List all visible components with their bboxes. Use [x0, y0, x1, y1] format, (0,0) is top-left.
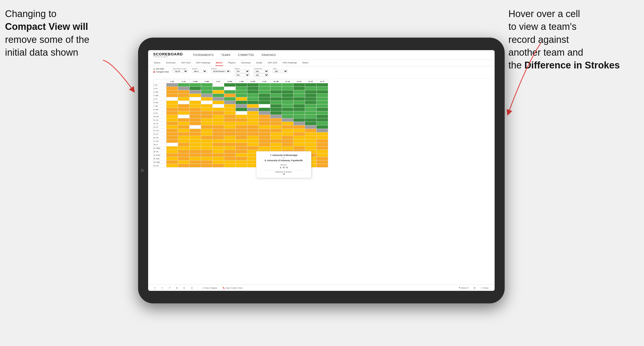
matrix-cell[interactable] [178, 97, 190, 101]
matrix-cell[interactable] [294, 104, 305, 108]
matrix-cell[interactable] [247, 115, 259, 118]
matrix-cell[interactable] [305, 97, 317, 101]
matrix-cell[interactable] [190, 129, 201, 132]
matrix-cell[interactable] [166, 143, 178, 146]
refresh-button[interactable]: ↺ [168, 286, 171, 290]
matrix-cell[interactable] [270, 132, 282, 136]
division-select[interactable]: NCAA Division I [211, 70, 230, 73]
matrix-cell[interactable] [236, 122, 247, 125]
matrix-cell[interactable] [190, 108, 201, 111]
matrix-cell[interactable] [224, 139, 236, 143]
matrix-cell[interactable] [282, 125, 294, 129]
matrix-cell[interactable] [190, 153, 201, 157]
matrix-cell[interactable] [282, 111, 294, 115]
matrix-cell[interactable] [178, 104, 190, 108]
matrix-cell[interactable] [190, 150, 201, 153]
matrix-cell[interactable] [317, 83, 328, 87]
matrix-cell[interactable] [236, 104, 247, 108]
matrix-cell[interactable] [294, 139, 305, 143]
matrix-cell[interactable] [166, 132, 178, 136]
matrix-cell[interactable] [201, 111, 213, 115]
region-select1[interactable]: N/A [235, 70, 250, 73]
matrix-cell[interactable] [259, 83, 270, 87]
matrix-cell[interactable] [305, 101, 317, 104]
nav-tournaments[interactable]: TOURNAMENTS [193, 53, 214, 57]
matrix-cell[interactable] [317, 132, 328, 136]
matrix-cell[interactable] [317, 97, 328, 101]
matrix-cell[interactable] [282, 132, 294, 136]
matrix-cell[interactable] [213, 132, 224, 136]
matrix-cell[interactable] [236, 139, 247, 143]
matrix-cell[interactable] [305, 118, 317, 122]
matrix-cell[interactable] [305, 122, 317, 125]
matrix-cell[interactable] [213, 122, 224, 125]
matrix-cell[interactable] [201, 118, 213, 122]
matrix-cell[interactable] [190, 90, 201, 94]
matrix-cell[interactable] [282, 108, 294, 111]
matrix-cell[interactable] [247, 87, 259, 90]
matrix-cell[interactable] [224, 97, 236, 101]
tab-h2h-heatmap[interactable]: H2H Heatmap [196, 60, 211, 66]
matrix-cell[interactable] [282, 129, 294, 132]
matrix-cell[interactable] [213, 160, 224, 164]
matrix-cell[interactable] [236, 108, 247, 111]
matrix-cell[interactable] [270, 118, 282, 122]
matrix-cell[interactable] [294, 101, 305, 104]
matrix-cell[interactable] [317, 118, 328, 122]
matrix-cell[interactable] [270, 143, 282, 146]
matrix-cell[interactable] [178, 90, 190, 94]
matrix-cell[interactable] [213, 146, 224, 150]
matrix-cell[interactable] [224, 108, 236, 111]
matrix-cell[interactable] [282, 104, 294, 108]
matrix-cell[interactable] [236, 94, 247, 97]
matrix-cell[interactable] [282, 115, 294, 118]
matrix-cell[interactable] [166, 104, 178, 108]
matrix-cell[interactable] [236, 136, 247, 139]
matrix-cell[interactable] [213, 164, 224, 167]
matrix-cell[interactable] [270, 136, 282, 139]
matrix-cell[interactable] [305, 139, 317, 143]
matrix-cell[interactable] [270, 101, 282, 104]
matrix-cell[interactable] [178, 108, 190, 111]
matrix-cell[interactable] [259, 94, 270, 97]
matrix-cell[interactable] [166, 136, 178, 139]
matrix-cell[interactable] [317, 101, 328, 104]
matrix-cell[interactable] [190, 104, 201, 108]
matrix-cell[interactable] [224, 157, 236, 160]
matrix-cell[interactable] [247, 101, 259, 104]
matrix-cell[interactable] [166, 139, 178, 143]
matrix-cell[interactable] [282, 97, 294, 101]
matrix-cell[interactable] [201, 104, 213, 108]
matrix-cell[interactable] [236, 146, 247, 150]
matrix-cell[interactable] [178, 118, 190, 122]
region-select2[interactable]: N/A [235, 73, 250, 77]
matrix-cell[interactable] [201, 94, 213, 97]
matrix-cell[interactable] [294, 132, 305, 136]
matrix-cell[interactable] [259, 87, 270, 90]
matrix-cell[interactable] [224, 129, 236, 132]
matrix-cell[interactable] [294, 118, 305, 122]
matrix-cell[interactable] [317, 164, 328, 167]
matrix-cell[interactable] [213, 139, 224, 143]
matrix-cell[interactable] [247, 94, 259, 97]
matrix-cell[interactable] [305, 129, 317, 132]
grid-button[interactable]: ⊞ [473, 286, 477, 290]
matrix-cell[interactable] [317, 139, 328, 143]
matrix-cell[interactable] [247, 108, 259, 111]
matrix-cell[interactable] [294, 122, 305, 125]
matrix-cell[interactable] [190, 125, 201, 129]
matrix-cell[interactable] [178, 111, 190, 115]
matrix-cell[interactable] [201, 150, 213, 153]
matrix-cell[interactable] [190, 164, 201, 167]
matrix-cell[interactable] [294, 129, 305, 132]
matrix-cell[interactable] [236, 153, 247, 157]
matrix-cell[interactable] [247, 143, 259, 146]
matrix-cell[interactable] [178, 129, 190, 132]
matrix-cell[interactable] [294, 97, 305, 101]
matrix-cell[interactable] [247, 139, 259, 143]
matrix-cell[interactable] [236, 157, 247, 160]
matrix-cell[interactable] [224, 153, 236, 157]
matrix-cell[interactable] [294, 90, 305, 94]
matrix-cell[interactable] [270, 146, 282, 150]
matrix-cell[interactable] [236, 101, 247, 104]
